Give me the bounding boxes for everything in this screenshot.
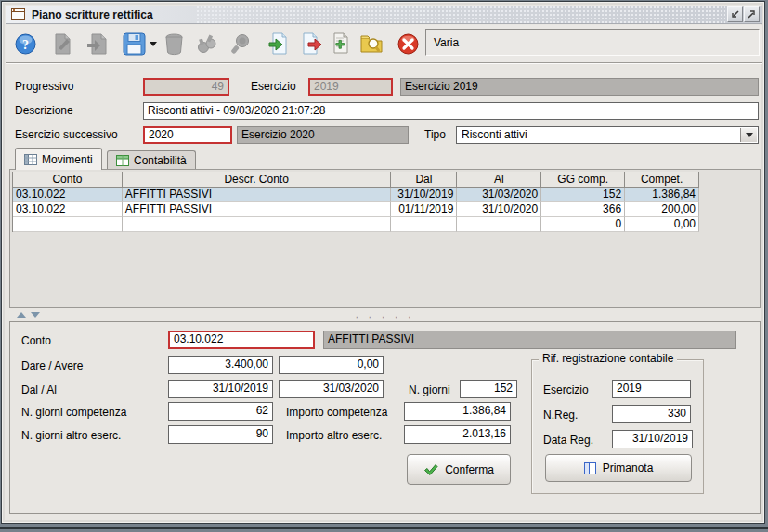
modify-button	[51, 32, 75, 56]
esercizio-successivo-label: Esercizio successivo	[15, 126, 118, 143]
cell-dal[interactable]	[391, 217, 457, 232]
n-giorni-field[interactable]: 152	[460, 380, 517, 398]
restore-button[interactable]	[727, 6, 743, 22]
esercizio-successivo-display: Esercizio 2020	[237, 126, 409, 144]
export-button[interactable]	[300, 32, 324, 56]
toolbar: ?	[6, 25, 762, 63]
rif-nreg-label: N.Reg.	[543, 407, 578, 423]
dal-al-label: Dal / Al	[21, 382, 57, 398]
column-header-gg-comp[interactable]: GG comp.	[541, 172, 625, 188]
window-title: Piano scritture rettifica	[32, 8, 153, 21]
tab-movimenti[interactable]: Movimenti	[15, 148, 102, 170]
importo-altro-label: Importo altro eserc.	[286, 427, 382, 444]
column-header-dal[interactable]: Dal	[391, 172, 457, 188]
importo-competenza-field[interactable]: 1.386,84	[404, 402, 511, 421]
avere-field[interactable]: 0,00	[279, 356, 384, 374]
status-text: Varia	[434, 36, 459, 49]
svg-text:?: ?	[22, 38, 29, 52]
column-header-conto[interactable]: Conto	[13, 172, 123, 188]
table-header-row: Conto Descr. Conto Dal Al GG comp. Compe…	[13, 172, 699, 188]
tipo-dropdown-button[interactable]	[740, 128, 757, 142]
cell-conto[interactable]: 03.10.022	[13, 188, 123, 202]
rif-nreg-field[interactable]: 330	[612, 405, 691, 423]
cell-al[interactable]: 31/10/2020	[457, 202, 541, 217]
column-header-al[interactable]: Al	[457, 172, 541, 188]
al-field[interactable]: 31/03/2020	[279, 380, 384, 398]
tab-contabilita-label: Contabilità	[134, 154, 187, 167]
maximize-button[interactable]	[744, 6, 760, 22]
add-document-icon	[330, 32, 353, 56]
rif-data-reg-field[interactable]: 31/10/2019	[612, 430, 693, 448]
browse-archive-icon	[359, 32, 384, 56]
cell-compet[interactable]: 200,00	[625, 202, 699, 217]
rif-esercizio-field[interactable]: 2019	[612, 380, 691, 398]
cell-descr[interactable]	[123, 217, 392, 232]
cell-conto[interactable]	[13, 217, 123, 232]
esercizio-field[interactable]: 2019	[308, 78, 393, 96]
progressivo-field[interactable]: 49	[143, 78, 229, 96]
contabilita-tab-icon	[116, 155, 129, 166]
tipo-combobox[interactable]: Risconti attivi	[456, 126, 759, 144]
descrizione-label: Descrizione	[15, 102, 73, 119]
cell-descr[interactable]: AFFITTI PASSIVI	[123, 202, 392, 217]
dal-field[interactable]: 31/10/2019	[168, 380, 273, 398]
conto-field[interactable]: 03.10.022	[168, 331, 315, 349]
movimenti-table-panel: Conto Descr. Conto Dal Al GG comp. Compe…	[9, 169, 761, 308]
primanota-icon	[584, 462, 596, 474]
desktop: Piano scritture rettifica ?	[0, 0, 768, 532]
tipo-value: Risconti attivi	[462, 128, 527, 141]
splitter-grip: , , , , ,	[9, 308, 761, 319]
conto-descr-display: AFFITTI PASSIVI	[323, 331, 736, 349]
cell-compet[interactable]: 0,00	[625, 217, 699, 232]
giorni-competenza-field[interactable]: 62	[168, 402, 273, 421]
esercizio-successivo-field[interactable]: 2020	[143, 126, 232, 144]
primanota-button[interactable]: Primanota	[545, 454, 692, 482]
window-piano-scritture-rettifica: Piano scritture rettifica ?	[1, 1, 765, 524]
table-row[interactable]: 03.10.022 AFFITTI PASSIVI 01/11/2019 31/…	[13, 202, 699, 217]
column-header-descr-conto[interactable]: Descr. Conto	[123, 172, 392, 188]
table-row[interactable]: 0 0,00	[13, 217, 699, 232]
table-row[interactable]: 03.10.022 AFFITTI PASSIVI 31/10/2019 31/…	[13, 188, 699, 202]
duplicate-icon	[85, 32, 109, 56]
cell-gg-comp[interactable]: 152	[541, 188, 625, 202]
rif-registrazione-group: Rif. registrazione contabile Esercizio 2…	[531, 359, 704, 494]
descrizione-field[interactable]: Risconti attivi - 09/03/2020 21:07:28	[143, 102, 759, 120]
cell-compet[interactable]: 1.386,84	[625, 188, 699, 202]
movimenti-table: Conto Descr. Conto Dal Al GG comp. Compe…	[12, 172, 699, 232]
save-button[interactable]	[123, 32, 160, 56]
dare-field[interactable]: 3.400,00	[168, 356, 273, 374]
help-button[interactable]: ?	[14, 32, 38, 56]
export-icon	[300, 32, 323, 56]
close-button[interactable]	[397, 32, 421, 56]
import-button[interactable]	[267, 32, 292, 56]
keys-icon	[196, 32, 219, 56]
browse-archive-button[interactable]	[359, 32, 384, 56]
giorni-altro-field[interactable]: 90	[168, 425, 273, 444]
importo-altro-field[interactable]: 2.013,16	[404, 425, 511, 444]
add-document-button[interactable]	[330, 32, 354, 56]
status-box: Varia	[425, 29, 760, 56]
cell-gg-comp[interactable]: 0	[541, 217, 625, 232]
conferma-label: Conferma	[445, 463, 494, 476]
tab-contabilita[interactable]: Contabilità	[107, 150, 196, 170]
duplicate-button	[85, 32, 110, 56]
cell-descr[interactable]: AFFITTI PASSIVI	[123, 188, 392, 202]
cell-gg-comp[interactable]: 366	[541, 202, 625, 217]
rif-data-reg-label: Data Reg.	[543, 432, 593, 448]
tipo-label: Tipo	[424, 126, 446, 143]
cell-al[interactable]: 31/03/2020	[457, 188, 541, 202]
movimenti-table-viewport: Conto Descr. Conto Dal Al GG comp. Compe…	[12, 172, 758, 305]
split-pane-divider[interactable]: , , , , ,	[9, 309, 761, 320]
n-giorni-label: N. giorni	[409, 382, 450, 398]
search-icon	[229, 32, 253, 56]
cell-conto[interactable]: 03.10.022	[13, 202, 123, 217]
conferma-button[interactable]: Conferma	[407, 454, 511, 485]
cell-al[interactable]	[457, 217, 541, 232]
giorni-competenza-label: N. giorni competenza	[21, 404, 126, 421]
cell-dal[interactable]: 31/10/2019	[391, 188, 457, 202]
titlebar[interactable]: Piano scritture rettifica	[6, 6, 762, 24]
progressivo-label: Progressivo	[15, 78, 73, 95]
cell-dal[interactable]: 01/11/2019	[391, 202, 457, 217]
help-icon: ?	[14, 32, 37, 56]
column-header-compet[interactable]: Compet.	[625, 172, 699, 188]
